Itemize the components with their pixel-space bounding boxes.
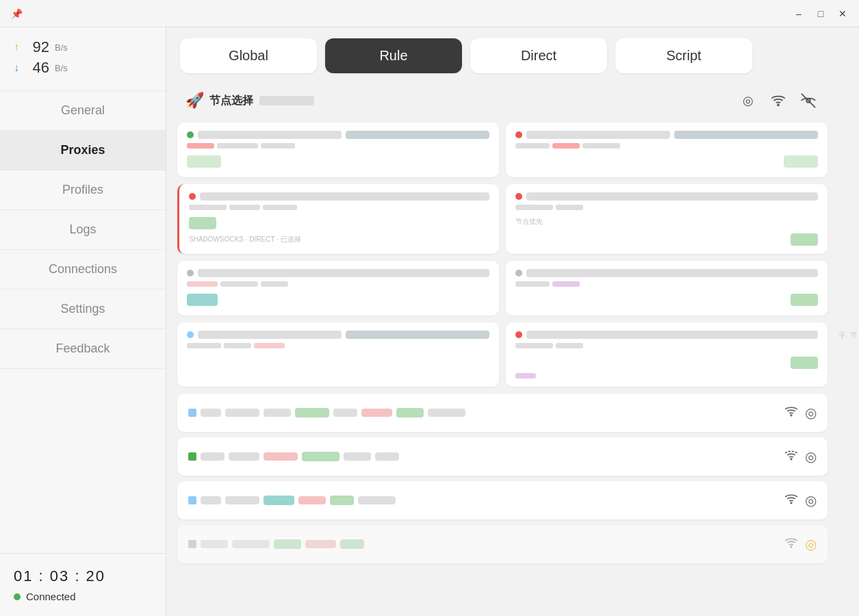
download-speed-value: 46 [25,59,49,77]
eye-icon[interactable]: ◎ [805,536,817,552]
proxy-tags [515,281,818,287]
sidebar-item-general[interactable]: General [0,91,166,131]
eye-icon[interactable]: ◎ [737,90,759,112]
proxy-status-dot [189,193,196,200]
row-actions: ◎ [784,536,817,553]
mode-tabs: Global Rule Direct Script [166,27,838,84]
download-arrow-icon: ↓ [14,62,19,74]
proxy-row-content [188,408,779,418]
sidebar: ↑ 92 B/s ↓ 46 B/s General Proxies Profil… [0,27,166,616]
app-body: ↑ 92 B/s ↓ 46 B/s General Proxies Profil… [0,27,859,616]
proxy-single-row[interactable]: ◎ [177,525,828,563]
tab-script[interactable]: Script [615,38,752,73]
pin-button[interactable]: 📌 [5,3,27,25]
proxy-card[interactable] [506,123,828,177]
proxy-single-row[interactable]: ◎ [177,481,828,519]
proxy-name-row [515,192,818,201]
eye-icon[interactable]: ◎ [805,405,817,421]
status-dot-icon [14,593,21,600]
proxy-single-row[interactable]: ◎ [177,437,828,476]
proxy-latency [791,233,818,246]
proxy-tags [515,143,818,149]
proxy-status-dot [187,131,194,138]
svg-point-0 [778,105,779,106]
time-display: 01 : 03 : 20 [14,567,152,585]
main-content: Global Rule Direct Script 🚀 节点选择 ◎ [166,27,838,616]
proxy-card[interactable] [177,123,499,177]
proxy-card[interactable]: SHADOWSOCKS · DIRECT · 已选择 [177,184,499,254]
proxy-latency [187,294,218,306]
proxy-tags [189,205,489,210]
proxy-card[interactable] [177,261,499,316]
proxy-latency [187,155,221,168]
eye-icon[interactable]: ◎ [805,492,817,509]
proxies-area[interactable]: 🚀 节点选择 ◎ [166,84,838,616]
wifi-icon[interactable] [784,448,798,465]
proxy-name-row [515,269,818,277]
wifi-icon[interactable] [784,405,798,422]
proxy-card[interactable] [506,322,828,387]
wifi-icon[interactable] [784,536,798,553]
upload-speed-row: ↑ 92 B/s [14,38,152,56]
proxy-name-row [515,331,818,339]
proxy-tags [187,143,489,149]
proxy-status-dot [515,331,522,338]
proxy-name-row [187,331,489,339]
proxy-latency [791,294,818,306]
proxy-grid-row2: SHADOWSOCKS · DIRECT · 已选择 节点优先 [177,184,828,254]
row-actions: ◎ [784,492,817,509]
sidebar-item-feedback[interactable]: Feedback [0,329,166,369]
right-sidebar-watermark: 节 手 自 网 油 奈 国 国 电 谷 微 苹 全 广 应 漏 香 台 狮 日 … [838,27,859,616]
svg-point-3 [791,459,792,460]
speed-display: ↑ 92 B/s ↓ 46 B/s [0,27,166,91]
group-name: 节点选择 [209,94,737,108]
connection-status-label: Connected [26,591,76,602]
minimize-button[interactable]: – [788,3,810,25]
proxy-card[interactable] [177,322,499,387]
proxy-status-dot [515,193,522,200]
title-bar: 📌 – □ ✕ [0,0,859,27]
sidebar-item-connections[interactable]: Connections [0,250,166,290]
proxy-tags [187,281,489,287]
svg-point-2 [791,415,792,416]
proxy-grid-row4 [177,322,828,387]
maximize-button[interactable]: □ [810,3,832,25]
proxy-name-row [187,131,489,139]
proxy-name-row [187,269,489,277]
proxy-latency [784,155,818,168]
eye-slash-icon[interactable] [797,90,819,112]
download-speed-row: ↓ 46 B/s [14,59,152,77]
proxy-status-dot [515,131,522,138]
proxy-card[interactable] [506,261,828,316]
close-button[interactable]: ✕ [832,3,854,25]
connection-status: Connected [14,591,152,602]
group-header: 🚀 节点选择 ◎ [177,84,828,117]
proxy-latency [189,217,216,229]
sidebar-item-settings[interactable]: Settings [0,290,166,329]
proxy-single-row[interactable]: ◎ [177,394,828,432]
proxy-row-content [188,496,779,505]
sidebar-item-logs[interactable]: Logs [0,210,166,250]
proxy-name-row [515,131,818,139]
tab-direct[interactable]: Direct [470,38,607,73]
proxy-status-dot [187,331,194,338]
wifi-icon[interactable] [784,492,798,509]
tab-rule[interactable]: Rule [325,38,462,73]
proxy-latency [791,357,818,369]
sidebar-item-profiles[interactable]: Profiles [0,170,166,210]
proxy-grid-row3 [177,261,828,316]
sidebar-item-proxies[interactable]: Proxies [0,131,166,170]
proxy-card[interactable]: 节点优先 [506,184,828,254]
group-icon: 🚀 [185,92,204,110]
tab-global[interactable]: Global [180,38,317,73]
proxy-tags [187,343,489,348]
sidebar-bottom: 01 : 03 : 20 Connected [0,553,166,616]
upload-speed-value: 92 [25,38,49,56]
upload-arrow-icon: ↑ [14,41,19,53]
proxy-tags [515,343,818,348]
proxy-tags [515,205,818,210]
svg-point-5 [791,546,792,548]
wifi-test-icon[interactable] [767,90,789,112]
eye-icon[interactable]: ◎ [805,448,817,465]
proxy-row-content [188,539,779,549]
